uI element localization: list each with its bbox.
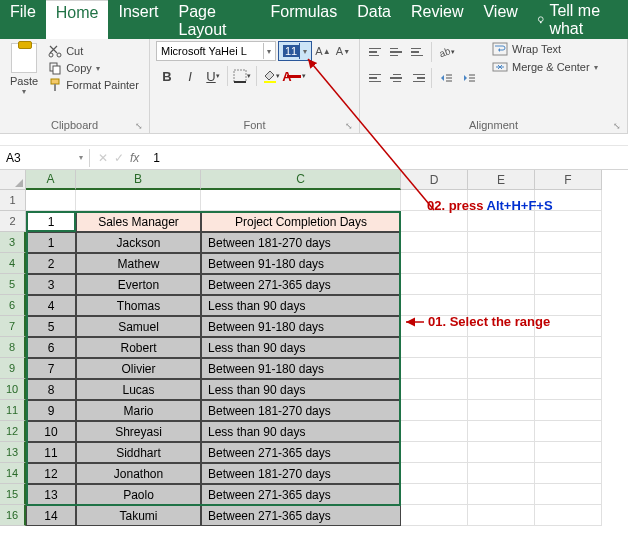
annotation-arrow-2 [0,0,628,544]
annotation-1: 01. Select the range [428,314,550,329]
annotation-2: 02. press Alt+H+F+S [427,198,553,213]
svg-line-21 [308,59,434,210]
